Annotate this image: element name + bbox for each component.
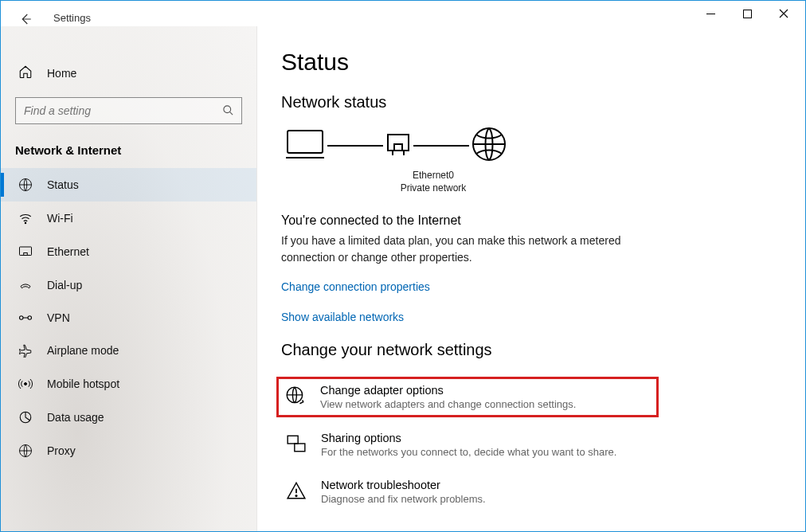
sidebar-item-airplane[interactable]: Airplane mode xyxy=(1,334,256,367)
sidebar-item-hotspot[interactable]: Mobile hotspot xyxy=(1,367,256,401)
search-input[interactable] xyxy=(15,97,242,124)
change-settings-heading: Change your network settings xyxy=(281,341,781,359)
vpn-icon xyxy=(18,312,33,323)
home-button[interactable]: Home xyxy=(1,41,256,92)
sidebar-item-datausage[interactable]: Data usage xyxy=(1,401,256,434)
svg-rect-12 xyxy=(288,131,323,153)
page-title: Status xyxy=(281,49,781,76)
sidebar-item-label: Status xyxy=(47,178,79,191)
adapter-name: Ethernet0 xyxy=(388,170,479,182)
close-button[interactable] xyxy=(765,2,802,25)
sharing-options-item[interactable]: Sharing options For the networks you con… xyxy=(281,425,663,464)
setting-title: Change adapter options xyxy=(320,384,576,397)
airplane-icon xyxy=(18,343,33,358)
sidebar-item-dialup[interactable]: Dial-up xyxy=(1,268,256,302)
svg-rect-18 xyxy=(295,444,305,452)
svg-point-7 xyxy=(20,316,24,320)
svg-rect-17 xyxy=(288,436,298,444)
change-connection-properties-link[interactable]: Change connection properties xyxy=(281,280,781,293)
section-header: Network & Internet xyxy=(1,135,256,168)
home-icon xyxy=(18,65,33,81)
minimize-button[interactable] xyxy=(692,2,729,25)
setting-desc: Diagnose and fix network problems. xyxy=(321,493,486,505)
connected-heading: You're connected to the Internet xyxy=(281,213,781,228)
sharing-icon xyxy=(286,432,308,458)
svg-rect-14 xyxy=(394,144,402,151)
troubleshooter-icon xyxy=(286,479,308,505)
svg-point-8 xyxy=(28,316,32,320)
proxy-icon xyxy=(18,444,33,458)
search-box[interactable] xyxy=(15,97,242,124)
pc-icon xyxy=(284,127,326,163)
svg-rect-13 xyxy=(388,135,409,151)
sidebar-item-label: Airplane mode xyxy=(47,344,119,357)
svg-point-4 xyxy=(25,222,26,224)
network-diagram xyxy=(281,126,781,165)
network-troubleshooter-item[interactable]: Network troubleshooter Diagnose and fix … xyxy=(281,472,663,511)
connection-line xyxy=(327,145,383,147)
sidebar-item-label: Mobile hotspot xyxy=(47,377,119,390)
network-status-heading: Network status xyxy=(281,93,781,111)
setting-desc: View network adapters and change connect… xyxy=(320,398,576,410)
sidebar-item-wifi[interactable]: Wi-Fi xyxy=(1,201,256,235)
setting-desc: For the networks you connect to, decide … xyxy=(321,446,616,458)
wifi-icon xyxy=(18,211,33,225)
window-title: Settings xyxy=(53,12,91,24)
sidebar-item-ethernet[interactable]: Ethernet xyxy=(1,235,256,268)
change-adapter-options-item[interactable]: Change adapter options View network adap… xyxy=(276,377,659,417)
sidebar: Home Network & Internet Status Wi-Fi E xyxy=(1,26,257,531)
sidebar-item-label: Dial-up xyxy=(47,279,82,291)
svg-point-9 xyxy=(25,383,27,385)
svg-rect-1 xyxy=(743,10,751,18)
sidebar-item-label: VPN xyxy=(47,311,70,324)
adapter-icon xyxy=(385,130,412,161)
diagram-labels: Ethernet0 Private network xyxy=(388,170,479,194)
sidebar-item-status[interactable]: Status xyxy=(1,168,256,201)
connected-body: If you have a limited data plan, you can… xyxy=(281,233,640,266)
adapter-options-icon xyxy=(285,384,307,410)
titlebar: Settings xyxy=(1,1,805,26)
svg-rect-0 xyxy=(706,14,715,14)
sidebar-item-label: Wi-Fi xyxy=(47,212,73,225)
sidebar-item-proxy[interactable]: Proxy xyxy=(1,434,256,467)
sidebar-item-label: Ethernet xyxy=(47,245,89,258)
status-icon xyxy=(18,178,33,192)
main-content: Status Network status Ethernet0 Private … xyxy=(257,26,805,531)
datausage-icon xyxy=(18,410,33,424)
svg-rect-5 xyxy=(20,247,32,256)
network-type: Private network xyxy=(388,182,479,195)
maximize-button[interactable] xyxy=(729,2,765,25)
setting-title: Sharing options xyxy=(321,432,616,444)
svg-point-19 xyxy=(295,495,297,497)
show-available-networks-link[interactable]: Show available networks xyxy=(281,311,781,323)
search-icon xyxy=(222,104,234,119)
sidebar-item-label: Proxy xyxy=(47,444,76,457)
svg-rect-6 xyxy=(24,253,28,256)
hotspot-icon xyxy=(18,377,33,391)
globe-icon xyxy=(471,126,507,165)
setting-title: Network troubleshooter xyxy=(321,479,486,491)
dialup-icon xyxy=(18,278,33,292)
svg-point-2 xyxy=(224,106,231,113)
sidebar-item-vpn[interactable]: VPN xyxy=(1,302,256,334)
sidebar-item-label: Data usage xyxy=(47,411,104,424)
connection-line xyxy=(413,145,469,147)
ethernet-icon xyxy=(18,244,33,259)
home-label: Home xyxy=(47,67,76,80)
